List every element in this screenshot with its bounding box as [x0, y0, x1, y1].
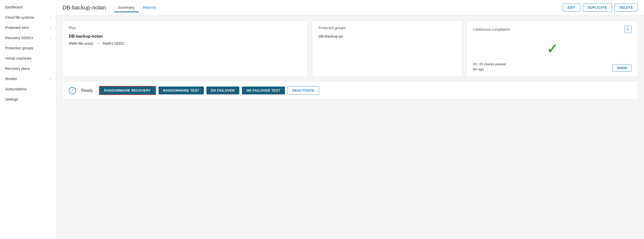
plan-card: Plan DB-backup-nolan RWR-tfw-vcsa1 → RWR… — [62, 20, 308, 77]
tab-navigation: SummaryReports — [114, 3, 160, 12]
sidebar-item-virtual-machines[interactable]: Virtual machines — [0, 53, 56, 63]
sidebar-item-settings[interactable]: Settings — [0, 94, 56, 104]
sidebar-item-label-virtual-machines: Virtual machines — [5, 56, 31, 60]
compliance-card: Continuous compliance ↻ ✓ 20 / 20 checks… — [467, 20, 638, 77]
sidebar-item-label-cloud-file-systems: Cloud file systems — [5, 15, 34, 19]
header: DB-backup-nolan SummaryReports EDITDUPLI… — [56, 0, 644, 15]
sidebar-item-label-settings: Settings — [5, 97, 18, 101]
sidebar-item-protection-groups[interactable]: Protection groups — [0, 43, 56, 53]
delete-button[interactable]: DELETE — [615, 4, 638, 12]
chevron-right-icon-protected-sites: › — [50, 26, 51, 29]
status-label: Ready — [81, 88, 93, 93]
sidebar-item-dashboard[interactable]: Dashboard — [0, 2, 56, 12]
sidebar-item-recovery-sddcs[interactable]: Recovery SDDCs› — [0, 33, 56, 43]
sidebar: DashboardCloud file systems›Protected si… — [0, 0, 56, 239]
plan-source: RWR-tfw-vcsa1 — [69, 41, 94, 46]
chevron-right-icon-monitor: › — [50, 77, 51, 81]
plan-destination: RWR1 SDDC — [103, 41, 125, 46]
checkmark-icon: ✓ — [547, 41, 558, 57]
compliance-text: 20 / 20 checks passed 9m ago — [473, 62, 506, 72]
plan-route: RWR-tfw-vcsa1 → RWR1 SDDC — [69, 41, 302, 46]
edit-button[interactable]: EDIT — [563, 4, 580, 12]
action-buttons: RANSOMWARE RECOVERYRANSOMWARE TESTDR FAI… — [99, 86, 319, 95]
sidebar-item-label-recovery-sddcs: Recovery SDDCs — [5, 36, 33, 40]
sidebar-item-label-recovery-plans: Recovery plans — [5, 67, 30, 71]
status-ready-icon: ✓ — [69, 87, 76, 94]
arrow-icon: → — [96, 41, 100, 46]
groups-card: Protected groups DB-Backup-pn — [312, 20, 462, 77]
sidebar-item-label-protected-sites: Protected sites — [5, 26, 29, 30]
content-area: Plan DB-backup-nolan RWR-tfw-vcsa1 → RWR… — [56, 15, 644, 105]
sidebar-item-cloud-file-systems[interactable]: Cloud file systems› — [0, 12, 56, 23]
tab-summary[interactable]: Summary — [114, 3, 139, 12]
compliance-title: Continuous compliance — [473, 27, 510, 31]
dr-failover-test-button[interactable]: DR FAILOVER TEST — [242, 86, 285, 94]
sidebar-item-label-protection-groups: Protection groups — [5, 46, 33, 50]
sidebar-item-protected-sites[interactable]: Protected sites› — [0, 23, 56, 33]
compliance-footer: 20 / 20 checks passed 9m ago SHOW — [473, 62, 631, 72]
tab-reports[interactable]: Reports — [139, 3, 160, 12]
status-row: ✓ Ready RANSOMWARE RECOVERYRANSOMWARE TE… — [62, 81, 638, 100]
page-title: DB-backup-nolan — [62, 4, 106, 11]
groups-card-label: Protected groups — [318, 26, 456, 30]
time-ago-text: 9m ago — [473, 67, 506, 72]
sidebar-item-label-dashboard: Dashboard — [5, 5, 23, 9]
sidebar-item-monitor[interactable]: Monitor› — [0, 74, 56, 84]
sidebar-item-label-monitor: Monitor — [5, 77, 17, 81]
sidebar-item-subscriptions[interactable]: Subscriptions — [0, 84, 56, 94]
group-name: DB-Backup-pn — [318, 34, 456, 38]
header-left: DB-backup-nolan SummaryReports — [62, 3, 160, 12]
plan-name: DB-backup-nolan — [69, 34, 302, 39]
compliance-show-button[interactable]: SHOW — [613, 64, 631, 72]
checks-passed-text: 20 / 20 checks passed — [473, 62, 506, 67]
sidebar-item-label-subscriptions: Subscriptions — [5, 87, 27, 91]
dr-failover-button[interactable]: DR FAILOVER — [206, 86, 239, 94]
duplicate-button[interactable]: DUPLICATE — [583, 4, 612, 12]
compliance-header: Continuous compliance ↻ — [473, 26, 631, 33]
cards-row: Plan DB-backup-nolan RWR-tfw-vcsa1 → RWR… — [62, 20, 638, 77]
deactivate-button[interactable]: DEACTIVATE — [287, 86, 319, 95]
ransomware-recovery-button[interactable]: RANSOMWARE RECOVERY — [99, 86, 156, 95]
plan-card-label: Plan — [69, 26, 302, 30]
header-actions: EDITDUPLICATEDELETE — [563, 4, 638, 12]
compliance-check-area: ✓ — [473, 36, 631, 59]
main-content: DB-backup-nolan SummaryReports EDITDUPLI… — [56, 0, 644, 239]
ransomware-test-button[interactable]: RANSOMWARE TEST — [159, 86, 204, 94]
sidebar-item-recovery-plans[interactable]: Recovery plans — [0, 63, 56, 74]
chevron-right-icon-recovery-sddcs: › — [50, 36, 51, 40]
compliance-refresh-button[interactable]: ↻ — [624, 26, 631, 33]
chevron-right-icon-cloud-file-systems: › — [50, 16, 51, 19]
